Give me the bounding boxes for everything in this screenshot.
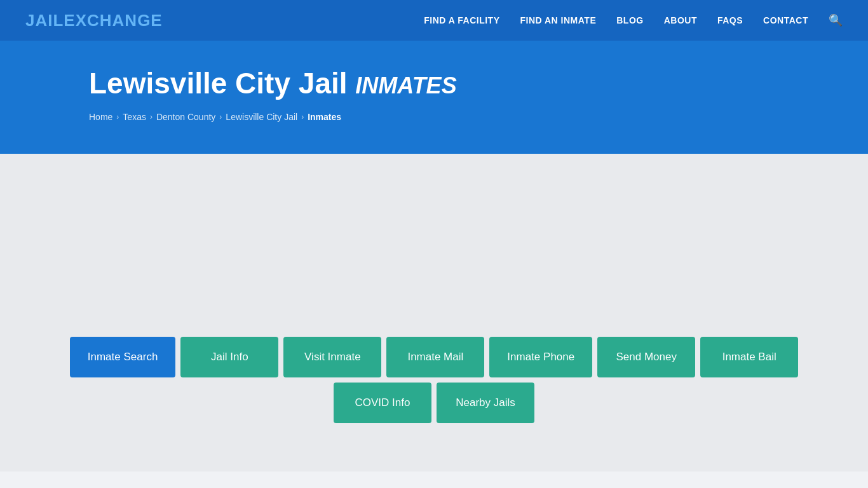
- send-money-button[interactable]: Send Money: [597, 337, 695, 377]
- inmate-search-button[interactable]: Inmate Search: [70, 337, 176, 377]
- ad-area: [0, 154, 868, 332]
- inmate-mail-button[interactable]: Inmate Mail: [386, 337, 484, 377]
- site-logo[interactable]: JAILEXCHANGE: [25, 11, 163, 30]
- main-content: Inmate Search Jail Info Visit Inmate Inm…: [0, 154, 868, 471]
- covid-info-button[interactable]: COVID Info: [334, 383, 431, 423]
- breadcrumb-chevron: ›: [301, 112, 304, 121]
- breadcrumb-current: Inmates: [308, 112, 341, 122]
- page-title: Lewisville City Jail INMATES: [89, 66, 779, 100]
- nav-faqs[interactable]: FAQs: [717, 15, 743, 25]
- main-nav: FIND A FACILITY FIND AN INMATE BLOG ABOU…: [424, 13, 843, 27]
- breadcrumb: Home › Texas › Denton County › Lewisvill…: [89, 112, 779, 122]
- hero-banner: Lewisville City Jail INMATES Home › Texa…: [0, 41, 868, 154]
- search-icon[interactable]: 🔍: [829, 13, 843, 27]
- nav-find-inmate[interactable]: FIND AN INMATE: [520, 15, 596, 25]
- nav-blog[interactable]: BLOG: [616, 15, 643, 25]
- inmate-bail-button[interactable]: Inmate Bail: [700, 337, 798, 377]
- breadcrumb-chevron: ›: [219, 112, 222, 121]
- logo-exchange-highlight: EXCHANGE: [64, 11, 162, 30]
- jail-info-button[interactable]: Jail Info: [180, 337, 278, 377]
- visit-inmate-button[interactable]: Visit Inmate: [283, 337, 381, 377]
- nav-about[interactable]: ABOUT: [664, 15, 697, 25]
- breadcrumb-chevron: ›: [116, 112, 119, 121]
- breadcrumb-denton[interactable]: Denton County: [156, 112, 215, 122]
- button-row-2: COVID Info Nearby Jails: [334, 383, 534, 423]
- breadcrumb-jail[interactable]: Lewisville City Jail: [226, 112, 297, 122]
- nav-contact[interactable]: CONTACT: [763, 15, 808, 25]
- site-header: JAILEXCHANGE FIND A FACILITY FIND AN INM…: [0, 0, 868, 41]
- button-row-1: Inmate Search Jail Info Visit Inmate Inm…: [70, 337, 798, 377]
- inmate-phone-button[interactable]: Inmate Phone: [489, 337, 592, 377]
- logo-jail: JAIL: [25, 11, 64, 30]
- breadcrumb-chevron: ›: [150, 112, 153, 121]
- breadcrumb-home[interactable]: Home: [89, 112, 112, 122]
- breadcrumb-texas[interactable]: Texas: [123, 112, 146, 122]
- nearby-jails-button[interactable]: Nearby Jails: [437, 383, 534, 423]
- nav-find-facility[interactable]: FIND A FACILITY: [424, 15, 499, 25]
- action-buttons: Inmate Search Jail Info Visit Inmate Inm…: [0, 332, 868, 423]
